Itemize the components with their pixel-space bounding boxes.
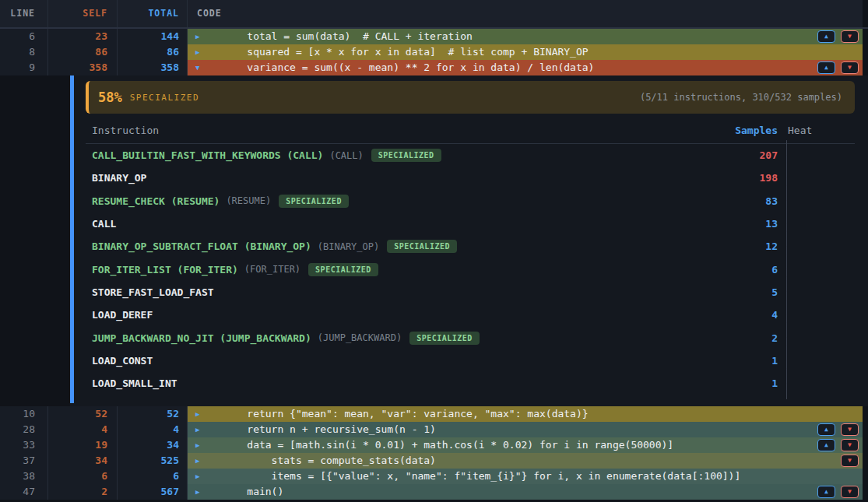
expander-icon[interactable]: ▶ [195, 437, 199, 453]
self-samples: 4 [48, 422, 118, 437]
total-samples: 567 [118, 484, 188, 500]
source-code: stats = compute_stats(data) [223, 453, 436, 469]
line-number: 33 [0, 437, 48, 453]
right-gutter [863, 29, 868, 44]
right-gutter [863, 60, 868, 75]
instruction-base-opcode: (FOR_ITER) [244, 264, 300, 275]
source-code: return n + recursive_sum(n - 1) [223, 422, 436, 437]
panel-left-dark-area [0, 75, 70, 406]
table-row: 47 2 567 ▶ main() ▲ ▼ [0, 484, 868, 500]
instruction-row: FOR_ITER_LIST (FOR_ITER) (FOR_ITER) SPEC… [86, 258, 855, 280]
instruction-base-opcode: (JUMP_BACKWARD) [318, 332, 402, 343]
row-nav-buttons: ▲ ▼ [817, 423, 859, 436]
instruction-samples: 4 [732, 309, 786, 321]
instruction-row: BINARY_OP_SUBTRACT_FLOAT (BINARY_OP) (BI… [86, 235, 855, 258]
panel-accent-line [70, 75, 74, 403]
row-nav-buttons: ▲ ▼ [817, 486, 859, 498]
instruction-name: STORE_FAST_LOAD_FAST [92, 286, 214, 298]
instruction-name: LOAD_CONST [92, 355, 153, 367]
jump-down-button[interactable]: ▼ [841, 455, 859, 467]
specialization-banner: 58% SPECIALIZED (5/11 instructions, 310/… [86, 81, 855, 114]
col-header-code[interactable]: CODE [188, 0, 863, 27]
total-samples: 34 [118, 437, 188, 453]
instruction-samples: 2 [732, 332, 786, 344]
row-nav-buttons: ▲ ▼ [817, 61, 859, 74]
col-header-instruction[interactable]: Instruction [92, 125, 732, 136]
line-number: 38 [0, 469, 48, 484]
instruction-row: CALL 13 [86, 212, 855, 235]
jump-up-button[interactable]: ▲ [817, 30, 835, 43]
table-row: 8 86 86 ▶ squared = [x * x for x in data… [0, 44, 868, 60]
source-code: items = [{"value": x, "name": f"item_{i}… [223, 469, 740, 484]
instruction-row: CALL_BUILTIN_FAST_WITH_KEYWORDS (CALL) (… [86, 144, 855, 167]
self-samples: 6 [48, 469, 118, 484]
source-code: variance = sum((x - mean) ** 2 for x in … [223, 60, 594, 75]
right-gutter [863, 406, 868, 422]
instruction-base-opcode: (BINARY_OP) [318, 241, 379, 252]
expander-icon[interactable]: ▶ [195, 422, 199, 437]
code-cell[interactable]: ▶ main() ▲ ▼ [188, 484, 863, 500]
profiler-app: LINE SELF TOTAL CODE 6 23 144 ▶ total = … [0, 0, 868, 502]
jump-down-button[interactable]: ▼ [841, 423, 859, 436]
expander-icon[interactable]: ▶ [195, 29, 199, 44]
code-cell[interactable]: ▶ return n + recursive_sum(n - 1) ▲ ▼ [188, 422, 863, 437]
code-cell[interactable]: ▶ data = [math.sin(i * 0.01) + math.cos(… [188, 437, 863, 453]
instruction-samples: 5 [732, 286, 786, 298]
jump-up-button[interactable]: ▲ [817, 486, 835, 498]
col-header-line[interactable]: LINE [0, 0, 48, 27]
instruction-samples: 198 [732, 172, 786, 184]
line-number: 37 [0, 453, 48, 469]
instruction-rows: CALL_BUILTIN_FAST_WITH_KEYWORDS (CALL) (… [86, 144, 855, 395]
self-samples: 2 [48, 484, 118, 500]
total-samples: 86 [118, 44, 188, 60]
col-header-samples[interactable]: Samples [732, 125, 786, 136]
code-cell[interactable]: ▼ variance = sum((x - mean) ** 2 for x i… [188, 60, 863, 75]
code-cell[interactable]: ▶ stats = compute_stats(data) ▼ [188, 453, 863, 469]
instruction-name: BINARY_OP_SUBTRACT_FLOAT (BINARY_OP) [92, 240, 311, 252]
instruction-name: RESUME_CHECK (RESUME) [92, 195, 220, 207]
jump-down-button[interactable]: ▼ [841, 439, 859, 451]
jump-up-button[interactable]: ▲ [817, 423, 835, 436]
total-samples: 358 [118, 60, 188, 75]
expander-icon[interactable]: ▼ [195, 60, 199, 75]
source-code: main() [223, 484, 283, 500]
code-cell[interactable]: ▶ total = sum(data) # CALL + iteration ▲… [188, 29, 863, 44]
source-code: total = sum(data) # CALL + iteration [223, 29, 473, 44]
table-row: 28 4 4 ▶ return n + recursive_sum(n - 1)… [0, 422, 868, 437]
instruction-row: LOAD_DEREF 4 [86, 304, 855, 326]
right-gutter [863, 453, 868, 469]
jump-down-button[interactable]: ▼ [841, 30, 859, 43]
total-samples: 4 [118, 422, 188, 437]
col-header-self[interactable]: SELF [48, 0, 118, 27]
instruction-row: BINARY_OP 198 [86, 167, 855, 189]
col-header-heat[interactable]: Heat [786, 125, 855, 136]
expander-icon[interactable]: ▶ [195, 469, 199, 484]
right-gutter [863, 422, 868, 437]
instruction-table: Instruction Samples Heat CALL_BUILTIN_FA… [86, 114, 855, 395]
expander-icon[interactable]: ▶ [195, 44, 199, 60]
jump-down-button[interactable]: ▼ [841, 61, 859, 74]
expander-icon[interactable]: ▶ [195, 453, 199, 469]
code-cell[interactable]: ▶ squared = [x * x for x in data] # list… [188, 44, 863, 60]
specialized-badge: SPECIALIZED [308, 263, 378, 276]
expander-icon[interactable]: ▶ [195, 406, 199, 422]
code-cell[interactable]: ▶ items = [{"value": x, "name": f"item_{… [188, 469, 863, 484]
jump-up-button[interactable]: ▲ [817, 439, 835, 451]
right-gutter [863, 44, 868, 60]
code-cell[interactable]: ▶ return {"mean": mean, "var": variance,… [188, 406, 863, 422]
col-header-total[interactable]: TOTAL [118, 0, 188, 27]
jump-up-button[interactable]: ▲ [817, 61, 835, 74]
line-number: 10 [0, 406, 48, 422]
instruction-base-opcode: (RESUME) [226, 195, 271, 206]
expander-icon[interactable]: ▶ [195, 484, 199, 500]
table-row: 6 23 144 ▶ total = sum(data) # CALL + it… [0, 29, 868, 44]
instruction-name: FOR_ITER_LIST (FOR_ITER) [92, 264, 238, 276]
instruction-samples: 1 [732, 377, 786, 389]
table-row: 10 52 52 ▶ return {"mean": mean, "var": … [0, 406, 868, 422]
code-rows-top: 6 23 144 ▶ total = sum(data) # CALL + it… [0, 29, 868, 75]
right-gutter [863, 469, 868, 484]
specialized-percent-label: SPECIALIZED [130, 93, 199, 103]
line-number: 6 [0, 29, 48, 44]
self-samples: 86 [48, 44, 118, 60]
jump-down-button[interactable]: ▼ [841, 486, 859, 498]
